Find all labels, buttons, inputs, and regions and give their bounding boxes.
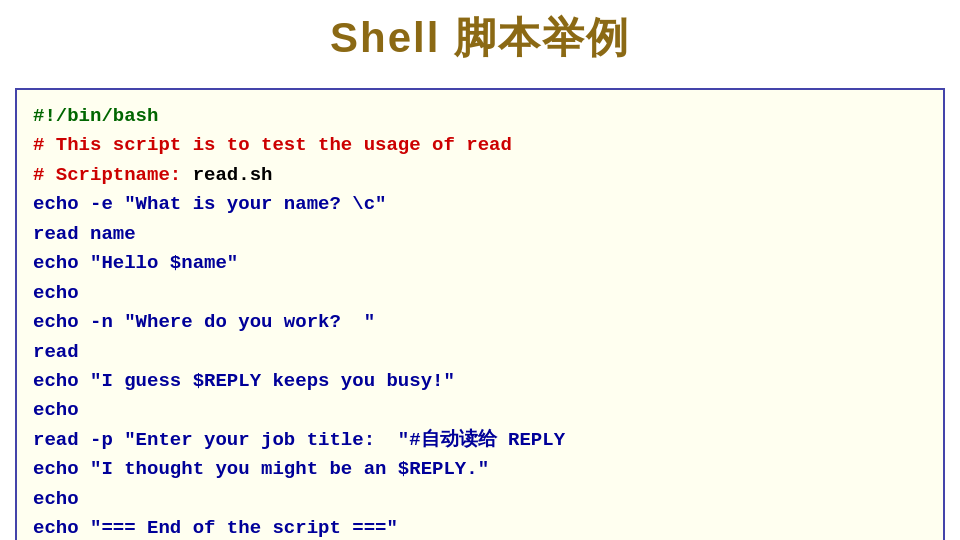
page-title: Shell 脚本举例 bbox=[330, 10, 630, 66]
code-line-3-suffix: read.sh bbox=[193, 164, 273, 186]
code-line-3-prefix: # Scriptname: bbox=[33, 164, 193, 186]
code-line-2: # This script is to test the usage of re… bbox=[33, 131, 927, 160]
code-line-1: #!/bin/bash bbox=[33, 102, 927, 131]
code-line-11: echo bbox=[33, 396, 927, 425]
code-line-5: read name bbox=[33, 220, 927, 249]
code-block: #!/bin/bash # This script is to test the… bbox=[15, 88, 945, 540]
code-line-12: read -p "Enter your job title: "#自动读给 RE… bbox=[33, 426, 927, 455]
page: Shell 脚本举例 #!/bin/bash # This script is … bbox=[0, 0, 960, 540]
code-line-7: echo bbox=[33, 279, 927, 308]
code-line-4: echo -e "What is your name? \c" bbox=[33, 190, 927, 219]
code-line-3: # Scriptname: read.sh bbox=[33, 161, 927, 190]
code-line-13: echo "I thought you might be an $REPLY." bbox=[33, 455, 927, 484]
code-line-15: echo "=== End of the script ===" bbox=[33, 514, 927, 540]
code-line-6: echo "Hello $name" bbox=[33, 249, 927, 278]
code-line-8: echo -n "Where do you work? " bbox=[33, 308, 927, 337]
code-line-14: echo bbox=[33, 485, 927, 514]
code-line-10: echo "I guess $REPLY keeps you busy!" bbox=[33, 367, 927, 396]
code-line-9: read bbox=[33, 338, 927, 367]
